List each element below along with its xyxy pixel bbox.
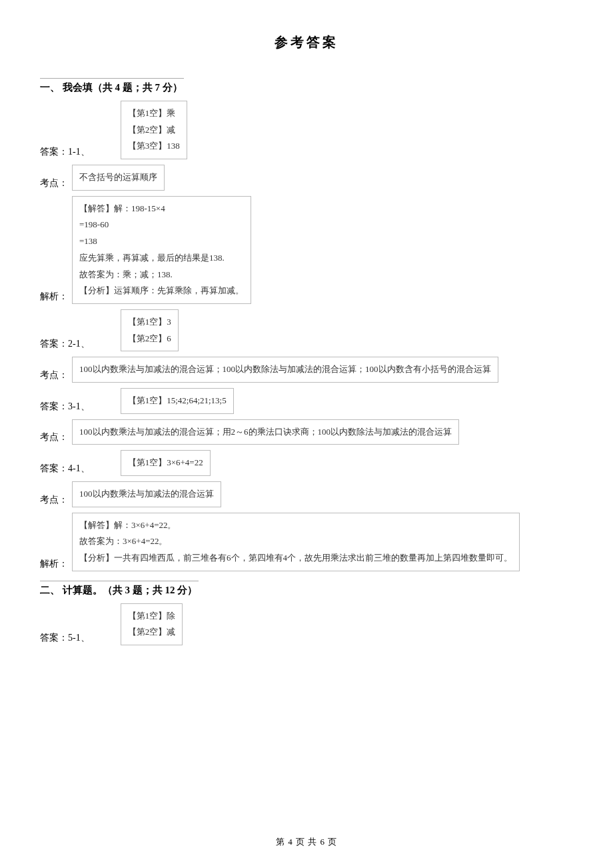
q2-answer-line-2: 【第2空】6	[128, 331, 171, 347]
q4-answer-row: 答案：4-1、 【第1空】3×6+4=22	[40, 450, 573, 476]
q4-answer-label: 答案：4-1、	[40, 463, 90, 476]
q1-kaodian-row: 考点： 不含括号的运算顺序	[40, 165, 573, 191]
q3-kaodian-text: 100以内数乘法与加减法的混合运算；用2～6的乘法口诀求商；100以内数除法与加…	[79, 427, 452, 437]
q2-answer-row: 答案：2-1、 【第1空】3 【第2空】6	[40, 309, 573, 351]
q4-jiexi-box: 【解答】解：3×6+4=22。 故答案为：3×6+4=22。 【分析】一共有四堆…	[72, 513, 520, 571]
q4-kaodian-row: 考点： 100以内数乘法与加减法的混合运算	[40, 481, 573, 507]
q4-kaodian-label: 考点：	[40, 494, 68, 507]
page-footer: 第 4 页 共 6 页	[0, 836, 613, 848]
q1-jiexi-line-5: 故答案为：乘；减；138.	[79, 267, 244, 283]
q5-answer-row: 答案：5-1、 【第1空】除 【第2空】减	[40, 603, 573, 645]
page-title: 参考答案	[40, 33, 573, 51]
q3-kaodian-row: 考点： 100以内数乘法与加减法的混合运算；用2～6的乘法口诀求商；100以内数…	[40, 419, 573, 445]
q4-jiexi-line-1: 【解答】解：3×6+4=22。	[79, 517, 512, 534]
q1-jiexi-line-4: 应先算乘，再算减，最后的结果是138.	[79, 250, 244, 267]
q1-jiexi-row: 解析： 【解答】解：198-15×4 =198-60 =138 应先算乘，再算减…	[40, 196, 573, 304]
q3-answer-line-1: 【第1空】15;42;64;21;13;5	[128, 393, 227, 409]
q2-answer-line-1: 【第1空】3	[128, 314, 171, 331]
q1-kaodian-text: 不含括号的运算顺序	[79, 172, 157, 182]
q5-answer-line-1: 【第1空】除	[128, 608, 176, 625]
q4-jiexi-row: 解析： 【解答】解：3×6+4=22。 故答案为：3×6+4=22。 【分析】一…	[40, 513, 573, 571]
q1-jiexi-line-2: =198-60	[79, 217, 244, 233]
q3-answer-row: 答案：3-1、 【第1空】15;42;64;21;13;5	[40, 388, 573, 414]
q1-kaodian-label: 考点：	[40, 177, 68, 191]
q3-answer-box: 【第1空】15;42;64;21;13;5	[121, 388, 234, 414]
q2-answer-box: 【第1空】3 【第2空】6	[121, 309, 179, 351]
q1-jiexi-box: 【解答】解：198-15×4 =198-60 =138 应先算乘，再算减，最后的…	[72, 196, 251, 304]
q3-answer-label: 答案：3-1、	[40, 401, 90, 414]
q1-answer-line-1: 【第1空】乘	[128, 105, 180, 122]
q5-answer-box: 【第1空】除 【第2空】减	[121, 603, 183, 645]
q1-answer-line-2: 【第2空】减	[128, 122, 180, 139]
q1-jiexi-line-6: 【分析】运算顺序：先算乘除，再算加减。	[79, 283, 244, 299]
q2-kaodian-box: 100以内数乘法与加减法的混合运算；100以内数除法与加减法的混合运算；100以…	[72, 357, 498, 383]
q2-kaodian-label: 考点：	[40, 369, 68, 383]
q1-answer-row: 答案：1-1、 【第1空】乘 【第2空】减 【第3空】138	[40, 101, 573, 159]
q1-jiexi-line-1: 【解答】解：198-15×4	[79, 201, 244, 217]
q1-answer-line-3: 【第3空】138	[128, 138, 180, 155]
q1-kaodian-box: 不含括号的运算顺序	[72, 165, 165, 191]
q4-jiexi-label: 解析：	[40, 558, 68, 571]
section-2-heading: 二、 计算题。（共 3 题；共 12 分）	[40, 581, 199, 597]
q2-kaodian-text: 100以内数乘法与加减法的混合运算；100以内数除法与加减法的混合运算；100以…	[79, 364, 491, 374]
q4-answer-box: 【第1空】3×6+4=22	[121, 450, 211, 476]
q4-kaodian-text: 100以内数乘法与加减法的混合运算	[79, 489, 214, 499]
q4-jiexi-line-3: 【分析】一共有四堆西瓜，前三堆各有6个，第四堆有4个，故先用乘法求出前三堆的数量…	[79, 550, 512, 567]
q5-answer-line-2: 【第2空】减	[128, 624, 176, 641]
q1-jiexi-label: 解析：	[40, 291, 68, 304]
q3-kaodian-label: 考点：	[40, 431, 68, 445]
q4-kaodian-box: 100以内数乘法与加减法的混合运算	[72, 481, 221, 507]
q2-kaodian-row: 考点： 100以内数乘法与加减法的混合运算；100以内数除法与加减法的混合运算；…	[40, 357, 573, 383]
section-1-heading: 一、 我会填（共 4 题；共 7 分）	[40, 78, 184, 94]
q5-answer-label: 答案：5-1、	[40, 632, 90, 645]
q2-answer-label: 答案：2-1、	[40, 338, 90, 351]
q1-answer-box: 【第1空】乘 【第2空】减 【第3空】138	[121, 101, 187, 159]
q1-jiexi-line-3: =138	[79, 233, 244, 250]
q1-answer-label: 答案：1-1、	[40, 146, 90, 159]
q4-jiexi-line-2: 故答案为：3×6+4=22。	[79, 533, 512, 550]
q4-answer-line-1: 【第1空】3×6+4=22	[128, 455, 203, 471]
q3-kaodian-box: 100以内数乘法与加减法的混合运算；用2～6的乘法口诀求商；100以内数除法与加…	[72, 419, 459, 445]
